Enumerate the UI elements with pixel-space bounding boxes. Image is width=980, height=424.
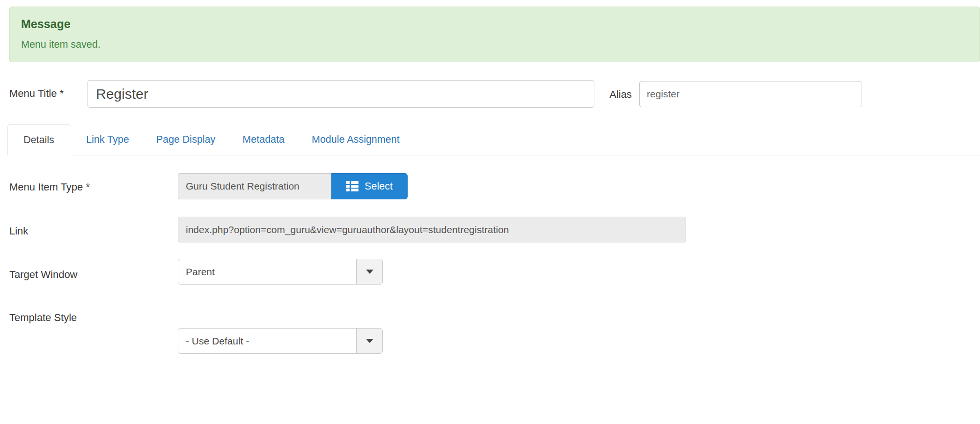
menu-item-type-value: Guru Student Registration <box>178 173 331 199</box>
tab-bar: Details Link Type Page Display Metadata … <box>7 124 980 155</box>
tab-details[interactable]: Details <box>7 124 70 155</box>
alias-input[interactable] <box>639 81 862 107</box>
template-style-value: - Use Default - <box>178 336 356 347</box>
caret-down-icon <box>366 270 373 274</box>
menu-item-type-text: Guru Student Registration <box>186 181 300 192</box>
tab-page-display[interactable]: Page Display <box>145 124 227 155</box>
template-style-select[interactable]: - Use Default - <box>178 328 383 354</box>
success-alert: Message Menu item saved. <box>9 7 980 62</box>
link-url-text: index.php?option=com_guru&view=guruautho… <box>186 224 509 235</box>
menu-title-input[interactable] <box>88 80 594 108</box>
alias-label: Alias <box>599 88 632 101</box>
tab-link-type[interactable]: Link Type <box>75 124 140 155</box>
template-style-dropdown-button[interactable] <box>356 329 382 353</box>
link-value: index.php?option=com_guru&view=guruautho… <box>178 217 686 242</box>
target-window-value: Parent <box>178 266 356 278</box>
menu-item-type-label: Menu Item Type * <box>9 181 90 193</box>
link-label: Link <box>9 225 28 237</box>
select-menu-item-type-button[interactable]: Select <box>331 173 408 199</box>
target-window-label: Target Window <box>9 269 78 281</box>
alert-message: Menu item saved. <box>21 39 968 51</box>
tab-module-assignment[interactable]: Module Assignment <box>300 124 411 155</box>
caret-down-icon <box>366 339 373 343</box>
tab-metadata[interactable]: Metadata <box>231 124 296 155</box>
select-button-label: Select <box>365 181 393 192</box>
template-style-label: Template Style <box>9 312 77 324</box>
menu-title-label: Menu Title * <box>9 88 64 100</box>
list-icon <box>346 181 358 192</box>
target-window-select[interactable]: Parent <box>178 259 383 285</box>
target-window-dropdown-button[interactable] <box>356 259 382 284</box>
alert-title: Message <box>21 17 968 31</box>
